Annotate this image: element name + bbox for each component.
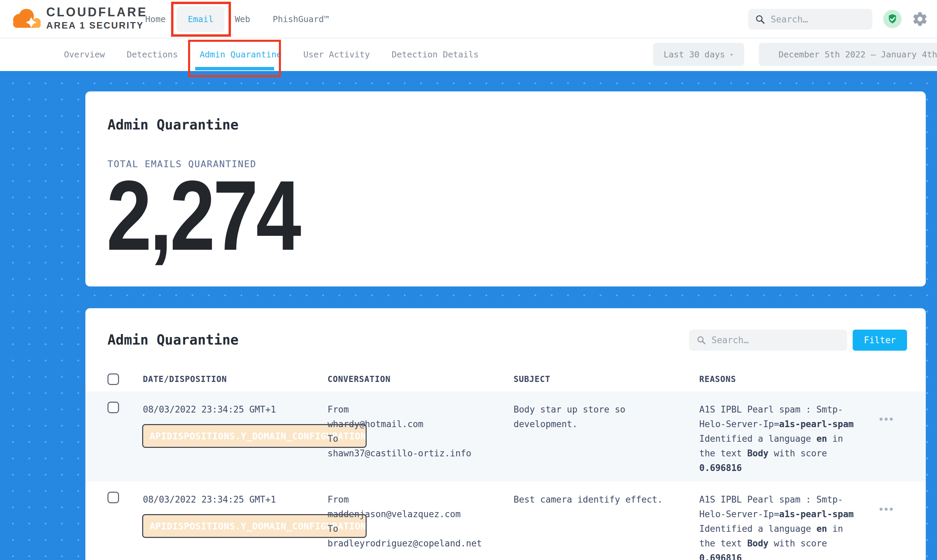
- subject-line: development.: [514, 417, 699, 432]
- table-card-title: Admin Quarantine: [108, 332, 238, 348]
- reason-line: A1S IPBL Pearl spam : Smtp-: [699, 402, 866, 417]
- tab-user-activity[interactable]: User Activity: [303, 49, 370, 60]
- stats-card-title: Admin Quarantine: [108, 117, 238, 132]
- metric-value: 2,274: [107, 176, 299, 254]
- quarantine-table: DATE/DISPOSITION CONVERSATION SUBJECT RE…: [85, 367, 926, 560]
- reason-line: Identified a language en in: [699, 522, 866, 536]
- search-icon: [755, 14, 765, 25]
- tab-overview[interactable]: Overview: [64, 49, 105, 60]
- conversation-to-address: shawn37@castillo-ortiz.info: [327, 446, 514, 461]
- date-range-text: December 5th 2022 — January 4th 2023: [778, 49, 937, 60]
- tab-detections[interactable]: Detections: [127, 49, 178, 60]
- conversation-to-address: bradleyrodriguez@copeland.net: [327, 536, 514, 551]
- tab-detection-details[interactable]: Detection Details: [392, 49, 479, 60]
- column-header-conversation: CONVERSATION: [327, 374, 514, 384]
- cell-subject: Body star up store sodevelopment.: [514, 391, 699, 482]
- cell-conversation: Fromwhardy@hotmail.comToshawn37@castillo…: [327, 391, 514, 482]
- nav-item-email[interactable]: Email: [176, 6, 224, 32]
- header-search-input[interactable]: [771, 14, 866, 25]
- caret-down-icon: ▾: [730, 51, 733, 58]
- cell-reasons: A1S IPBL Pearl spam : Smtp-Helo-Server-I…: [699, 482, 866, 560]
- settings-button[interactable]: [912, 11, 928, 27]
- time-range-dropdown[interactable]: Last 30 days ▾: [653, 43, 744, 66]
- gear-icon: [912, 11, 928, 27]
- conversation-from-label: From: [327, 492, 514, 507]
- secondary-nav: OverviewDetectionsAdmin QuarantineUser A…: [0, 38, 937, 70]
- date-range-display[interactable]: December 5th 2022 — January 4th 2023: [759, 43, 937, 66]
- reason-line: the text Body with score: [699, 446, 866, 461]
- table-search-input[interactable]: [712, 335, 840, 345]
- subject-line: Body star up store so: [514, 402, 699, 417]
- reason-line: 0.696816: [699, 461, 866, 475]
- header-search[interactable]: [748, 9, 872, 29]
- conversation-from-label: From: [327, 402, 514, 417]
- reason-line: 0.696816: [699, 551, 866, 560]
- cell-reasons: A1S IPBL Pearl spam : Smtp-Helo-Server-I…: [699, 391, 866, 482]
- reason-line: Helo-Server-Ip=a1s-pearl-spam: [699, 417, 866, 432]
- conversation-to-label: To: [327, 522, 514, 536]
- quarantine-table-card: Admin Quarantine Filter DATE/DISPOSITION…: [85, 308, 926, 560]
- subject-line: Best camera identify effect.: [514, 492, 699, 507]
- tab-admin-quarantine[interactable]: Admin Quarantine: [200, 49, 282, 60]
- reason-line: Helo-Server-Ip=a1s-pearl-spam: [699, 507, 866, 522]
- cell-actions: [866, 482, 926, 560]
- cloudflare-cloud-icon: [9, 3, 42, 32]
- cell-conversation: Frommaddenjason@velazquez.comTobradleyro…: [327, 482, 514, 560]
- table-search[interactable]: [689, 329, 847, 351]
- top-header: CLOUDFLARE AREA 1 SECURITY HomeEmailWebP…: [0, 0, 937, 38]
- reason-line: Identified a language en in: [699, 432, 866, 446]
- cloudflare-logo[interactable]: CLOUDFLARE AREA 1 SECURITY: [9, 3, 148, 32]
- column-header-subject: SUBJECT: [514, 374, 699, 384]
- dotted-background: Admin Quarantine TOTAL EMAILS QUARANTINE…: [0, 71, 937, 560]
- filter-button[interactable]: Filter: [853, 329, 907, 351]
- search-icon: [696, 335, 706, 345]
- ellipsis-menu-icon[interactable]: [880, 418, 926, 421]
- stats-card: Admin Quarantine TOTAL EMAILS QUARANTINE…: [85, 91, 926, 286]
- cell-subject: Best camera identify effect.: [514, 482, 699, 560]
- shield-check-icon[interactable]: [883, 10, 901, 28]
- active-tab-underline: [195, 67, 274, 70]
- conversation-from-address: maddenjason@velazquez.com: [327, 507, 514, 522]
- cell-actions: [866, 391, 926, 482]
- reason-line: the text Body with score: [699, 536, 866, 551]
- nav-item-web[interactable]: Web: [235, 14, 250, 24]
- table-header-row: DATE/DISPOSITION CONVERSATION SUBJECT RE…: [85, 367, 926, 391]
- column-header-reasons: REASONS: [699, 374, 866, 384]
- conversation-to-label: To: [327, 432, 514, 446]
- row-checkbox[interactable]: [108, 402, 119, 413]
- select-all-checkbox[interactable]: [108, 374, 119, 385]
- conversation-from-address: whardy@hotmail.com: [327, 417, 514, 432]
- brand-name: CLOUDFLARE: [46, 5, 148, 19]
- table-row: 08/03/2022 23:34:25 GMT+1APIDISPOSITIONS…: [85, 391, 926, 482]
- row-checkbox[interactable]: [108, 492, 119, 503]
- nav-item-phishguard[interactable]: PhishGuard™: [273, 14, 329, 24]
- row-date: 08/03/2022 23:34:25 GMT+1: [143, 402, 327, 417]
- table-row: 08/03/2022 23:34:25 GMT+1APIDISPOSITIONS…: [85, 482, 926, 560]
- brand-subtitle: AREA 1 SECURITY: [46, 20, 148, 31]
- reason-line: A1S IPBL Pearl spam : Smtp-: [699, 492, 866, 507]
- row-date: 08/03/2022 23:34:25 GMT+1: [143, 492, 327, 507]
- column-header-date: DATE/DISPOSITION: [143, 374, 327, 384]
- time-range-label: Last 30 days: [664, 49, 725, 60]
- primary-nav: HomeEmailWebPhishGuard™: [145, 0, 340, 38]
- nav-item-home[interactable]: Home: [145, 14, 166, 24]
- ellipsis-menu-icon[interactable]: [880, 508, 926, 511]
